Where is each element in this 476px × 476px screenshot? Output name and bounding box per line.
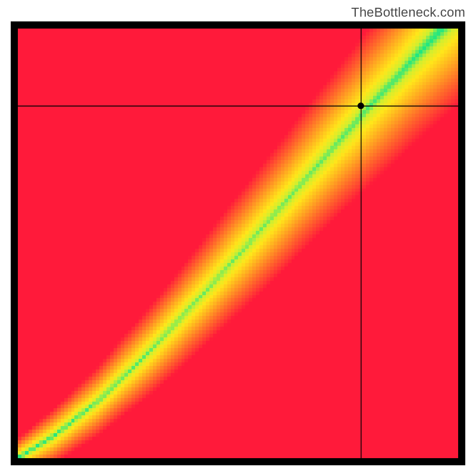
watermark-label: TheBottleneck.com <box>351 5 465 20</box>
bottleneck-heatmap <box>18 29 458 458</box>
chart-frame <box>11 21 465 465</box>
chart-container: TheBottleneck.com <box>0 0 476 476</box>
